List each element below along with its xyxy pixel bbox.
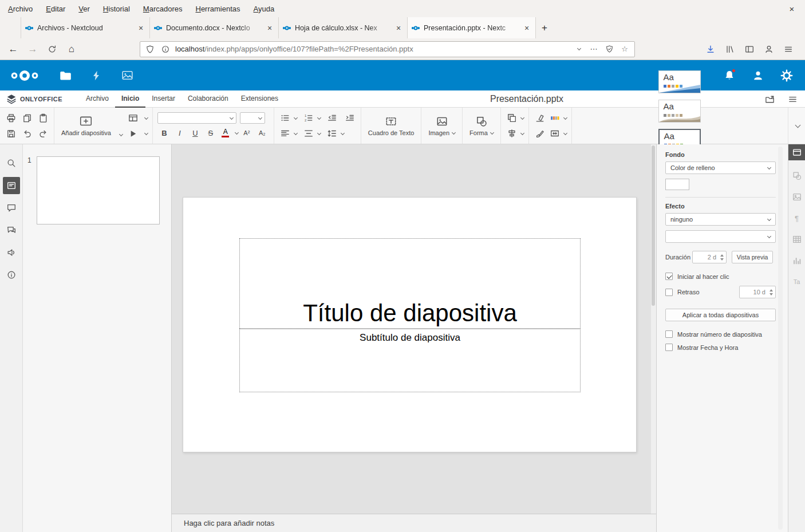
- image-settings-tab[interactable]: [791, 191, 803, 203]
- numbering-button[interactable]: 12: [302, 112, 315, 124]
- tab-insertar[interactable]: Insertar: [145, 90, 181, 108]
- show-slide-number-row[interactable]: Mostrar número de diapositiva: [665, 330, 776, 338]
- align-shape-button[interactable]: [506, 127, 518, 140]
- show-slide-number-checkbox[interactable]: [665, 330, 673, 338]
- font-size-select[interactable]: [240, 112, 265, 124]
- nextcloud-activity-app[interactable]: [88, 68, 104, 84]
- reload-button[interactable]: [44, 41, 61, 58]
- effect-type-select[interactable]: [665, 230, 776, 243]
- bookmark-star-icon[interactable]: ☆: [619, 44, 630, 55]
- show-date-row[interactable]: Mostrar Fecha y Hora: [665, 344, 776, 351]
- line-spacing-button[interactable]: [326, 127, 338, 140]
- change-layout-dropdown-icon[interactable]: [144, 115, 148, 119]
- tab-extensiones[interactable]: Extensiones: [235, 90, 285, 108]
- fill-color-swatch[interactable]: [665, 179, 689, 190]
- subtitle-placeholder[interactable]: Subtítulo de diapositiva: [239, 329, 581, 392]
- increase-indent-button[interactable]: [344, 112, 356, 124]
- spinner-arrows-icon[interactable]: [768, 289, 775, 295]
- bullets-dropdown-icon[interactable]: [294, 115, 298, 119]
- clear-style-button[interactable]: [534, 112, 546, 124]
- notifications-button[interactable]: [721, 68, 737, 84]
- home-button[interactable]: ⌂: [63, 41, 80, 58]
- show-date-checkbox[interactable]: [665, 344, 673, 351]
- menu-herramientas[interactable]: Herramientas: [195, 5, 240, 13]
- delay-spinner[interactable]: 10 d: [739, 286, 776, 298]
- bookmark-shield-icon[interactable]: [603, 44, 615, 55]
- spinner-arrows-icon[interactable]: [719, 254, 726, 261]
- duration-spinner[interactable]: 2 d: [692, 251, 727, 263]
- nextcloud-photos-app[interactable]: [119, 68, 135, 84]
- slide-canvas-area[interactable]: Título de diapositiva Subtítulo de diapo…: [172, 144, 656, 514]
- line-spacing-dropdown-icon[interactable]: [341, 131, 345, 135]
- strikethrough-button[interactable]: S: [204, 127, 218, 139]
- theme-option-2[interactable]: Aa: [658, 100, 701, 123]
- tab-close-icon[interactable]: ×: [265, 23, 274, 33]
- sidebars-button[interactable]: [741, 41, 758, 58]
- paragraph-settings-tab[interactable]: ¶: [791, 212, 803, 224]
- search-button[interactable]: [3, 155, 20, 172]
- change-layout-button[interactable]: [127, 112, 140, 124]
- slide-thumbnail-1[interactable]: [37, 156, 160, 224]
- vertical-align-dropdown-icon[interactable]: [317, 131, 321, 135]
- comments-button[interactable]: [3, 199, 20, 216]
- tab-colaboracion[interactable]: Colaboración: [181, 90, 235, 108]
- copy-button[interactable]: [21, 112, 33, 124]
- underline-button[interactable]: U: [188, 127, 202, 139]
- copy-style-button[interactable]: [534, 127, 546, 140]
- undo-button[interactable]: [21, 127, 33, 140]
- nextcloud-files-app[interactable]: [57, 68, 73, 84]
- paste-button[interactable]: [37, 112, 49, 124]
- start-on-click-row[interactable]: Iniciar al hacer clic: [665, 273, 776, 280]
- account-button[interactable]: [760, 41, 778, 58]
- tab-inicio[interactable]: Inicio: [115, 90, 145, 108]
- start-slideshow-dropdown-icon[interactable]: [144, 131, 148, 135]
- start-slideshow-button[interactable]: [127, 127, 140, 140]
- numbering-dropdown-icon[interactable]: [317, 115, 321, 119]
- apply-to-all-button[interactable]: Aplicar a todas diapositivas: [665, 309, 776, 321]
- feedback-button[interactable]: [3, 244, 20, 261]
- delay-row[interactable]: Retraso 10 d: [665, 286, 776, 298]
- font-name-select[interactable]: [157, 112, 236, 124]
- bold-button[interactable]: B: [157, 127, 171, 139]
- font-color-button[interactable]: A: [219, 127, 232, 139]
- preview-button[interactable]: Vista previa: [732, 251, 773, 263]
- notes-area[interactable]: Haga clic para añadir notas: [172, 514, 656, 532]
- browser-tab-archivos[interactable]: Archivos - Nextcloud ×: [21, 17, 149, 38]
- url-text[interactable]: localhost/index.php/apps/onlyoffice/107?…: [175, 45, 569, 53]
- insert-shape-dropdown-icon[interactable]: [490, 130, 494, 134]
- insert-image-dropdown-icon[interactable]: [452, 130, 456, 134]
- open-file-location-button[interactable]: [763, 92, 776, 106]
- page-actions-icon[interactable]: ⋯: [588, 44, 599, 55]
- arrange-shape-dropdown-icon[interactable]: [520, 115, 524, 119]
- italic-button[interactable]: I: [173, 127, 187, 139]
- add-slide-button[interactable]: Añadir diapositiva: [59, 115, 113, 136]
- add-slide-dropdown-icon[interactable]: [119, 132, 123, 136]
- back-button[interactable]: ←: [5, 41, 22, 58]
- print-button[interactable]: [5, 112, 17, 124]
- urlbar-dropdown-icon[interactable]: [573, 44, 584, 55]
- slides-panel-button[interactable]: [3, 177, 20, 194]
- menu-archivo[interactable]: Archivo: [8, 5, 33, 13]
- site-info-icon[interactable]: [160, 44, 171, 55]
- url-bar[interactable]: localhost/index.php/apps/onlyoffice/107?…: [140, 41, 635, 57]
- downloads-button[interactable]: [702, 41, 719, 58]
- vertical-align-button[interactable]: [302, 127, 315, 140]
- canvas-vertical-scrollbar[interactable]: [650, 144, 656, 514]
- forward-button[interactable]: →: [24, 41, 41, 58]
- insert-image-button[interactable]: Imagen: [426, 115, 457, 136]
- window-close-icon[interactable]: ×: [786, 4, 798, 14]
- contacts-button[interactable]: [750, 68, 766, 84]
- tab-close-icon[interactable]: ×: [136, 23, 145, 33]
- save-button[interactable]: [5, 127, 17, 140]
- theme-option-1[interactable]: Aa: [658, 70, 701, 93]
- tab-close-icon[interactable]: ×: [522, 23, 531, 33]
- scrollbar-thumb[interactable]: [652, 145, 655, 306]
- slide-canvas[interactable]: Título de diapositiva Subtítulo de diapo…: [183, 197, 637, 452]
- menu-ver[interactable]: Ver: [78, 5, 90, 13]
- insert-textbox-button[interactable]: Cuadro de Texto: [366, 115, 417, 136]
- browser-tab-documento[interactable]: Documento.docx - Nextclo ×: [149, 17, 278, 38]
- align-shape-dropdown-icon[interactable]: [520, 131, 524, 135]
- shape-settings-tab[interactable]: [791, 170, 803, 182]
- slide-settings-tab[interactable]: [788, 144, 805, 160]
- browser-tab-presentacion-active[interactable]: Presentación.pptx - Nextc ×: [407, 17, 536, 38]
